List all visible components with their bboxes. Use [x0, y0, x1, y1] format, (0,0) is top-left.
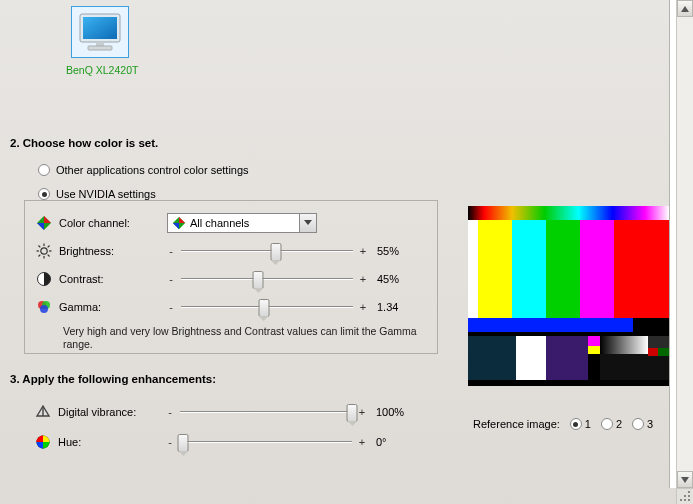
- svg-line-18: [39, 255, 41, 257]
- svg-rect-1: [83, 17, 117, 39]
- plus-icon: +: [359, 301, 367, 313]
- svg-rect-44: [648, 348, 658, 356]
- svg-rect-41: [600, 336, 648, 354]
- hue-label: Hue:: [58, 436, 166, 448]
- svg-marker-10: [304, 220, 312, 225]
- color-settings-panel: Color channel: All channels Brightness: …: [24, 200, 438, 354]
- vibrance-slider[interactable]: [180, 403, 352, 421]
- svg-rect-27: [478, 220, 512, 318]
- plus-icon: +: [358, 406, 366, 418]
- svg-rect-25: [468, 206, 669, 220]
- contrast-slider[interactable]: [181, 270, 353, 288]
- reference-preview: [468, 206, 669, 386]
- section-2-heading: 2. Choose how color is set.: [10, 137, 158, 149]
- hue-slider[interactable]: [180, 433, 352, 451]
- radio-other-apps[interactable]: Other applications control color setting…: [38, 164, 249, 176]
- scroll-up-button[interactable]: [677, 0, 693, 17]
- svg-marker-8: [179, 217, 185, 223]
- svg-rect-29: [546, 220, 580, 318]
- radio-icon: [38, 164, 50, 176]
- svg-rect-50: [688, 495, 690, 497]
- vertical-scrollbar[interactable]: [676, 0, 693, 488]
- color-channel-dropdown[interactable]: All channels: [167, 213, 317, 233]
- gamma-hint: Very high and very low Brightness and Co…: [63, 325, 427, 351]
- svg-line-17: [48, 255, 50, 257]
- vibrance-label: Digital vibrance:: [58, 406, 166, 418]
- dropdown-value: All channels: [190, 217, 249, 229]
- plus-icon: +: [358, 436, 366, 448]
- svg-rect-45: [658, 348, 669, 356]
- minus-icon: -: [167, 273, 175, 285]
- brightness-label: Brightness:: [59, 245, 167, 257]
- radio-icon: [632, 418, 644, 430]
- svg-marker-6: [37, 223, 44, 230]
- svg-rect-49: [684, 495, 686, 497]
- section-3-heading: 3. Apply the following enhancements:: [10, 373, 216, 385]
- svg-rect-2: [96, 42, 104, 46]
- reference-image-label: Reference image:: [473, 418, 560, 430]
- svg-rect-53: [688, 499, 690, 501]
- svg-rect-43: [648, 336, 669, 348]
- contrast-label: Contrast:: [59, 273, 167, 285]
- color-channel-label: Color channel:: [59, 217, 167, 229]
- svg-rect-40: [588, 346, 600, 354]
- hue-icon: [34, 433, 52, 451]
- brightness-value: 55%: [377, 245, 417, 257]
- hue-value: 0°: [376, 436, 416, 448]
- svg-rect-31: [614, 220, 642, 318]
- svg-rect-3: [88, 46, 112, 50]
- contrast-value: 45%: [377, 273, 417, 285]
- chevron-down-icon: [299, 214, 316, 232]
- svg-line-19: [48, 246, 50, 248]
- svg-marker-47: [681, 477, 689, 483]
- reference-opt-1[interactable]: 1: [570, 418, 591, 430]
- contrast-icon: [35, 270, 53, 288]
- minus-icon: -: [167, 245, 175, 257]
- svg-rect-39: [588, 336, 600, 346]
- scroll-down-button[interactable]: [677, 471, 693, 488]
- resize-grip[interactable]: [676, 488, 693, 504]
- brightness-slider[interactable]: [181, 242, 353, 260]
- monitor-thumbnail[interactable]: BenQ XL2420T: [66, 6, 134, 76]
- svg-rect-34: [633, 318, 669, 332]
- svg-rect-36: [468, 336, 516, 380]
- reference-opt-2[interactable]: 2: [601, 418, 622, 430]
- svg-marker-9: [173, 223, 179, 229]
- plus-icon: +: [359, 273, 367, 285]
- radio-label: Other applications control color setting…: [56, 164, 249, 176]
- minus-icon: -: [166, 436, 174, 448]
- gamma-icon: [35, 298, 53, 316]
- monitor-label: BenQ XL2420T: [66, 64, 134, 76]
- svg-point-11: [41, 248, 47, 254]
- color-channel-dd-icon: [172, 216, 186, 230]
- radio-icon: [38, 188, 50, 200]
- svg-marker-5: [44, 216, 51, 223]
- radio-nvidia-settings[interactable]: Use NVIDIA settings: [38, 188, 156, 200]
- svg-rect-37: [516, 336, 546, 380]
- color-channel-icon: [35, 214, 53, 232]
- svg-rect-32: [642, 220, 669, 318]
- svg-rect-42: [600, 354, 669, 380]
- plus-icon: +: [359, 245, 367, 257]
- svg-rect-51: [680, 499, 682, 501]
- svg-rect-28: [512, 220, 546, 318]
- minus-icon: -: [166, 406, 174, 418]
- gamma-label: Gamma:: [59, 301, 167, 313]
- svg-rect-48: [688, 491, 690, 493]
- brightness-icon: [35, 242, 53, 260]
- monitor-icon: [71, 6, 129, 58]
- svg-line-16: [39, 246, 41, 248]
- minus-icon: -: [167, 301, 175, 313]
- radio-icon: [570, 418, 582, 430]
- svg-marker-46: [681, 6, 689, 12]
- svg-rect-52: [684, 499, 686, 501]
- svg-rect-26: [468, 220, 478, 318]
- vibrance-icon: [34, 403, 52, 421]
- gamma-value: 1.34: [377, 301, 417, 313]
- radio-icon: [601, 418, 613, 430]
- gamma-slider[interactable]: [181, 298, 353, 316]
- reference-opt-3[interactable]: 3: [632, 418, 653, 430]
- svg-rect-30: [580, 220, 614, 318]
- reference-image-row: Reference image: 1 2 3: [473, 418, 653, 430]
- vibrance-value: 100%: [376, 406, 416, 418]
